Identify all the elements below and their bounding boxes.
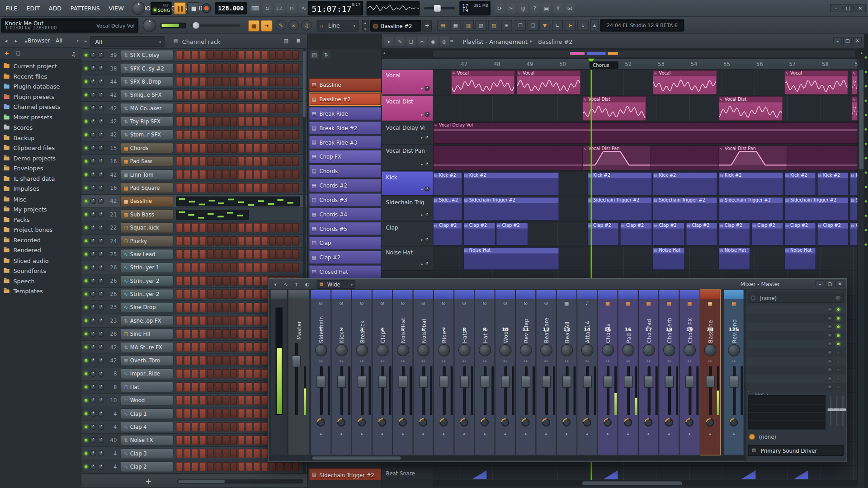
link-controllers-icon[interactable]: ∞: [288, 20, 299, 30]
channel-pan-knob[interactable]: [90, 131, 96, 137]
step-cell[interactable]: [254, 329, 260, 339]
fx-slot-7[interactable]: ▸Slot 7: [745, 357, 846, 366]
strip-pan-knob[interactable]: [438, 344, 450, 357]
step-cell[interactable]: [215, 382, 222, 392]
step-cell[interactable]: [176, 382, 183, 392]
playlist-clip[interactable]: ▤Clap #2: [463, 222, 495, 245]
step-cell[interactable]: [215, 369, 222, 379]
channel-button[interactable]: Pad Square▦: [120, 183, 174, 193]
strip-pan-knob[interactable]: [643, 344, 655, 357]
playlist-clip[interactable]: ▤Sidechain Trigger #2: [463, 197, 559, 221]
channel-button[interactable]: Clap 2∿: [120, 461, 174, 472]
step-cell[interactable]: [192, 77, 198, 86]
step-cell[interactable]: [207, 143, 214, 153]
channel-mute-led[interactable]: [84, 372, 88, 376]
playlist-clip[interactable]: ▤Clap #2: [496, 222, 528, 245]
step-cell[interactable]: [222, 409, 229, 418]
step-cell[interactable]: [254, 303, 260, 312]
scroll-up-icon[interactable]: ▲: [590, 19, 599, 32]
step-cell[interactable]: [222, 422, 229, 432]
step-cell[interactable]: [215, 143, 222, 153]
scroll-handle[interactable]: [312, 456, 401, 460]
mixer-strip[interactable]: 11⊙Rev Clap◂ ▸▴: [516, 290, 536, 455]
step-cell[interactable]: [254, 64, 260, 73]
step-cell[interactable]: [238, 449, 245, 458]
channel-pan-knob[interactable]: [90, 145, 96, 151]
step-cell[interactable]: [222, 223, 229, 232]
step-cell[interactable]: [230, 422, 237, 432]
step-cell[interactable]: [284, 50, 291, 60]
step-cell[interactable]: [215, 236, 222, 246]
strip-route-arrows[interactable]: ▴: [475, 432, 495, 436]
step-cell[interactable]: [222, 289, 229, 299]
step-cell[interactable]: [254, 183, 260, 192]
step-cell[interactable]: [230, 183, 237, 192]
browser-item-recent-files[interactable]: Recent files: [0, 71, 81, 81]
step-cell[interactable]: [238, 422, 245, 432]
step-cell[interactable]: [246, 449, 253, 458]
playlist-clip[interactable]: ▤Noise Hat: [718, 247, 750, 270]
playlist-clip[interactable]: ▤Sidechain Trigger #2: [718, 197, 783, 221]
playlist-clip[interactable]: ▤Kick #2: [817, 172, 849, 195]
channel-pan-knob[interactable]: [90, 291, 96, 297]
step-cell[interactable]: [222, 369, 229, 379]
playlist-h-scrollbar[interactable]: [433, 480, 858, 486]
strip-pan-knob[interactable]: [581, 344, 594, 357]
paint-tool-icon[interactable]: ❏: [406, 37, 416, 46]
strip-mini-knob[interactable]: [500, 417, 511, 428]
step-cell[interactable]: [184, 143, 191, 153]
strip-route-arrows[interactable]: ▴: [557, 432, 576, 436]
step-cell[interactable]: [238, 64, 245, 73]
rack-menu-icon[interactable]: ≣: [294, 37, 303, 46]
playlist-clip[interactable]: ∿Vocal Dist Pan: [718, 145, 787, 170]
step-cell[interactable]: [192, 157, 198, 166]
menu-edit[interactable]: EDIT: [22, 0, 44, 17]
channel-mute-led[interactable]: [84, 332, 88, 336]
step-cell[interactable]: [215, 356, 222, 365]
step-cell[interactable]: [261, 289, 268, 299]
step-cell[interactable]: [215, 436, 222, 445]
step-cell[interactable]: [261, 64, 268, 73]
mixer-strip[interactable]: 5⊙Nois..Hat◂ ▸▴: [393, 290, 413, 455]
channel-pan-knob[interactable]: [90, 357, 96, 363]
step-cell[interactable]: [192, 462, 198, 471]
playlist-clip[interactable]: ∿Vocal: [653, 70, 717, 95]
playlist-clip[interactable]: ▤Clap #2: [784, 222, 816, 245]
step-cell[interactable]: [222, 396, 229, 405]
mixer-maximize-button[interactable]: ▢: [826, 280, 835, 287]
channel-pan-knob[interactable]: [90, 185, 96, 191]
step-cell[interactable]: [238, 303, 245, 312]
step-cell[interactable]: [222, 170, 229, 179]
maximize-button[interactable]: ▢: [843, 4, 854, 12]
step-cell[interactable]: [176, 170, 183, 179]
step-cell[interactable]: [207, 236, 214, 246]
step-cell[interactable]: [184, 382, 191, 392]
mute-tool-icon[interactable]: ◉: [429, 37, 438, 46]
step-cell[interactable]: [215, 396, 222, 405]
fader-handle[interactable]: [292, 355, 301, 367]
step-cell[interactable]: [222, 117, 229, 126]
channel-pan-knob[interactable]: [90, 105, 96, 111]
step-cell[interactable]: [238, 183, 245, 192]
channel-mute-led[interactable]: [84, 252, 88, 256]
step-cell[interactable]: [199, 117, 206, 126]
strip-mini-knob[interactable]: [704, 417, 716, 428]
step-cell[interactable]: [222, 183, 229, 192]
step-cell[interactable]: [230, 276, 237, 286]
step-cell[interactable]: [192, 303, 198, 312]
fader-handle[interactable]: [378, 375, 387, 388]
mixer-strip[interactable]: 10⊙Wood◂ ▸▴: [495, 290, 515, 455]
step-cell[interactable]: [199, 223, 206, 232]
step-cell[interactable]: [246, 143, 253, 153]
fader-handle[interactable]: [521, 375, 530, 388]
step-cell[interactable]: [277, 462, 283, 471]
step-cell[interactable]: [215, 303, 222, 312]
strip-pan-knob[interactable]: [602, 344, 614, 357]
step-cell[interactable]: [207, 356, 214, 365]
step-cell[interactable]: [222, 249, 229, 259]
step-cell[interactable]: [284, 103, 291, 113]
strip-pan-knob[interactable]: [704, 344, 717, 357]
track-knob[interactable]: [425, 162, 429, 167]
step-cell[interactable]: [246, 409, 253, 418]
step-cell[interactable]: [184, 103, 191, 113]
